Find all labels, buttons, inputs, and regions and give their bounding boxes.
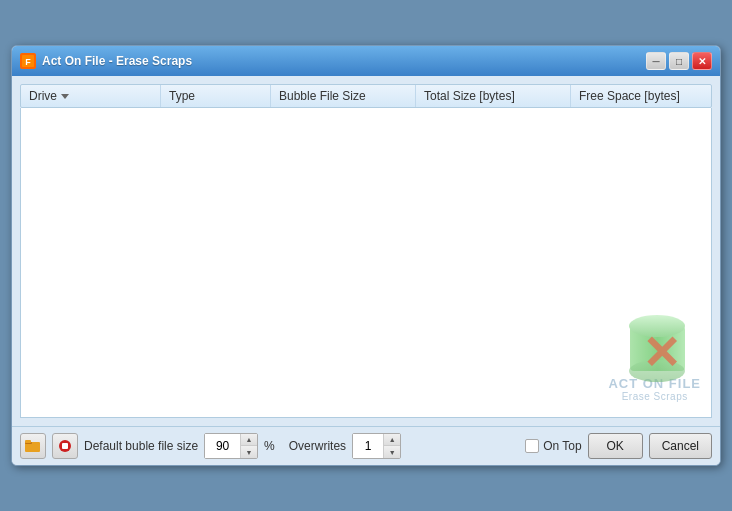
col-header-bubble[interactable]: Bubble File Size bbox=[271, 85, 416, 107]
overwrites-label: Overwrites bbox=[289, 439, 346, 453]
col-header-free[interactable]: Free Space [bytes] bbox=[571, 85, 711, 107]
col-drive-label: Drive bbox=[29, 89, 57, 103]
maximize-button[interactable]: □ bbox=[669, 52, 689, 70]
svg-rect-10 bbox=[62, 443, 68, 449]
content-area: Drive Type Bubble File Size Total Size [… bbox=[12, 76, 720, 426]
window-title: Act On File - Erase Scraps bbox=[42, 54, 640, 68]
title-bar: F Act On File - Erase Scraps ─ □ ✕ bbox=[12, 46, 720, 76]
minimize-button[interactable]: ─ bbox=[646, 52, 666, 70]
close-button[interactable]: ✕ bbox=[692, 52, 712, 70]
overwrites-spinners: ▲ ▼ bbox=[383, 434, 400, 458]
bubble-size-down[interactable]: ▼ bbox=[241, 446, 257, 458]
watermark-text2: Erase Scraps bbox=[622, 391, 688, 402]
bubble-size-up[interactable]: ▲ bbox=[241, 434, 257, 446]
bubble-size-input[interactable] bbox=[205, 434, 240, 458]
ok-button[interactable]: OK bbox=[588, 433, 643, 459]
stop-button[interactable] bbox=[52, 433, 78, 459]
overwrites-down[interactable]: ▼ bbox=[384, 446, 400, 458]
col-header-total[interactable]: Total Size [bytes] bbox=[416, 85, 571, 107]
app-icon: F bbox=[20, 53, 36, 69]
svg-text:F: F bbox=[25, 57, 31, 67]
window-controls: ─ □ ✕ bbox=[646, 52, 712, 70]
svg-rect-8 bbox=[25, 440, 31, 443]
sort-arrow-icon bbox=[61, 94, 69, 99]
on-top-wrap: On Top bbox=[525, 439, 581, 453]
percent-label: % bbox=[264, 439, 275, 453]
col-header-drive[interactable]: Drive bbox=[21, 85, 161, 107]
main-window: F Act On File - Erase Scraps ─ □ ✕ Drive… bbox=[11, 45, 721, 466]
watermark: ✕ bbox=[608, 304, 701, 402]
on-top-checkbox[interactable] bbox=[525, 439, 539, 453]
svg-text:✕: ✕ bbox=[642, 327, 681, 379]
bubble-size-input-wrap: ▲ ▼ bbox=[204, 433, 258, 459]
col-type-label: Type bbox=[169, 89, 195, 103]
bubble-size-spinners: ▲ ▼ bbox=[240, 434, 257, 458]
overwrites-input-wrap: ▲ ▼ bbox=[352, 433, 401, 459]
overwrites-up[interactable]: ▲ bbox=[384, 434, 400, 446]
watermark-icon: ✕ bbox=[615, 304, 695, 374]
overwrites-input[interactable] bbox=[353, 434, 383, 458]
folder-button[interactable] bbox=[20, 433, 46, 459]
col-bubble-label: Bubble File Size bbox=[279, 89, 366, 103]
cancel-button[interactable]: Cancel bbox=[649, 433, 712, 459]
on-top-label: On Top bbox=[543, 439, 581, 453]
default-bubble-label: Default buble file size bbox=[84, 439, 198, 453]
col-free-label: Free Space [bytes] bbox=[579, 89, 680, 103]
col-header-type[interactable]: Type bbox=[161, 85, 271, 107]
table-header: Drive Type Bubble File Size Total Size [… bbox=[20, 84, 712, 108]
table-body: ✕ bbox=[20, 108, 712, 418]
col-total-label: Total Size [bytes] bbox=[424, 89, 515, 103]
bottom-bar: Default buble file size ▲ ▼ % Overwrites… bbox=[12, 426, 720, 465]
